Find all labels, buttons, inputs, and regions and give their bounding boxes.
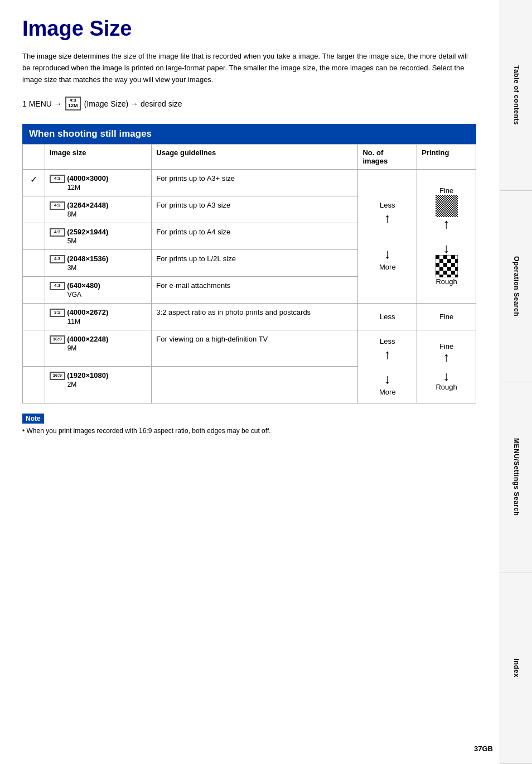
- checkmark-cell: [23, 249, 45, 276]
- checkmark-cell: [23, 330, 45, 367]
- image-size-cell: 3:2 (4000×2672) 11M: [45, 303, 152, 330]
- note-section: Note • When you print images recorded wi…: [22, 414, 476, 435]
- checkmark-cell: [23, 196, 45, 223]
- ratio-icon: 4:3: [50, 175, 65, 183]
- sidebar-tab-operation-search[interactable]: Operation Search: [500, 191, 532, 382]
- no-images-group3: Less ↑ ↓ More: [358, 330, 417, 403]
- table-row: 3:2 (4000×2672) 11M 3:2 aspect ratio as …: [23, 303, 476, 330]
- table-row: ✓ 4:3 (4000×3000) 12M For prints up to A…: [23, 170, 476, 196]
- ratio-icon: 4:3: [50, 282, 65, 290]
- no-images-group1: Less ↑ ↓ More: [358, 170, 417, 304]
- ratio-icon: 4:3: [50, 228, 65, 237]
- usage-cell: For e-mail attachments: [152, 276, 358, 303]
- image-size-table: Image size Usage guidelines No. ofimages…: [22, 144, 476, 403]
- checkmark-cell: [23, 223, 45, 249]
- ratio-icon: 4:3: [50, 255, 65, 263]
- checkmark-cell: [23, 303, 45, 330]
- col-header-printing: Printing: [417, 145, 476, 170]
- rough-checkerboard-icon: [436, 255, 458, 277]
- checkmark-header: [23, 145, 45, 170]
- image-size-cell: 4:3 (4000×3000) 12M: [45, 170, 152, 196]
- image-size-cell: 16:9 (1920×1080) 2M: [45, 367, 152, 403]
- page-number: 37GB: [474, 744, 493, 753]
- col-header-usage: Usage guidelines: [152, 145, 358, 170]
- fine-checkerboard-icon: [436, 195, 458, 217]
- table-row: 16:9 (4000×2248) 9M For viewing on a hig…: [23, 330, 476, 367]
- usage-cell: For prints up to A4 size: [152, 223, 358, 249]
- page-title: Image Size: [22, 17, 476, 41]
- checkmark-cell: [23, 367, 45, 403]
- usage-cell: For prints up to A3+ size: [152, 170, 358, 196]
- ratio-icon: 3:2: [50, 309, 65, 317]
- note-text: • When you print images recorded with 16…: [22, 427, 476, 435]
- image-size-cell: 4:3 (3264×2448) 8M: [45, 196, 152, 223]
- ratio-icon: 16:9: [50, 372, 65, 380]
- checkmark-cell: [23, 276, 45, 303]
- sidebar: Table of contents Operation Search MENU/…: [500, 0, 532, 764]
- section-header: When shooting still images: [22, 124, 476, 144]
- usage-cell: 3:2 aspect ratio as in photo prints and …: [152, 303, 358, 330]
- ratio-icon: 16:9: [50, 335, 65, 344]
- usage-cell: For viewing on a high-definition TV: [152, 330, 358, 367]
- image-size-cell: 4:3 (640×480) VGA: [45, 276, 152, 303]
- ratio-icon: 4:3: [50, 201, 65, 210]
- no-images-single: Less: [358, 303, 417, 330]
- note-badge: Note: [22, 414, 44, 424]
- image-size-cell: 4:3 (2592×1944) 5M: [45, 223, 152, 249]
- usage-cell: For prints up to A3 size: [152, 196, 358, 223]
- printing-single: Fine: [417, 303, 476, 330]
- printing-group3: Fine ↑ ↓ Rough: [417, 330, 476, 403]
- menu-suffix: (Image Size) → desired size: [84, 99, 182, 108]
- sidebar-tab-menu-settings-search[interactable]: MENU/Settings Search: [500, 382, 532, 573]
- checkmark-cell: ✓: [23, 170, 45, 196]
- intro-paragraph: The image size determines the size of th…: [22, 51, 476, 85]
- sidebar-tab-table-of-contents[interactable]: Table of contents: [500, 0, 532, 191]
- usage-cell: [152, 367, 358, 403]
- svg-rect-4: [436, 195, 458, 217]
- menu-instruction: 1 MENU → 4:3 12M (Image Size) → desired …: [22, 97, 476, 110]
- printing-group1: Fine: [417, 170, 476, 304]
- col-header-no-images: No. ofimages: [358, 145, 417, 170]
- image-size-cell: 4:3 (2048×1536) 3M: [45, 249, 152, 276]
- menu-step-number: 1 MENU →: [22, 99, 62, 108]
- col-header-image-size: Image size: [45, 145, 152, 170]
- image-size-cell: 16:9 (4000×2248) 9M: [45, 330, 152, 367]
- sidebar-tab-index[interactable]: Index: [500, 573, 532, 764]
- svg-rect-9: [436, 255, 458, 277]
- usage-cell: For prints up to L/2L size: [152, 249, 358, 276]
- menu-icon: 4:3 12M: [65, 97, 81, 110]
